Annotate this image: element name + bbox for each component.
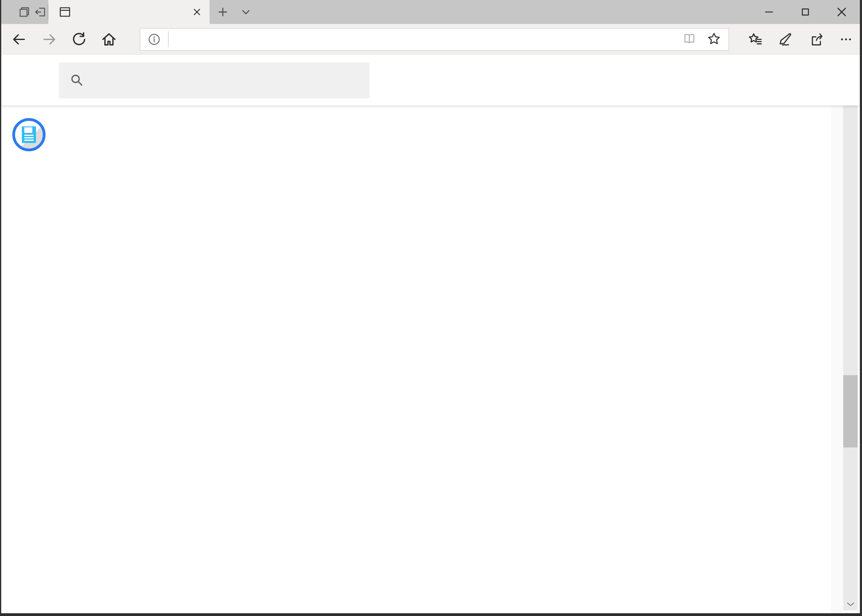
set-tabs-aside-button[interactable] [32, 0, 48, 24]
site-info-icon[interactable] [140, 33, 168, 46]
forward-button[interactable] [37, 24, 62, 55]
set-tabs-aside-icon [34, 6, 46, 18]
new-tab-icon [217, 6, 229, 17]
active-tab[interactable] [48, 0, 210, 24]
ellipsis-menu-button[interactable] [834, 24, 858, 55]
scroll-down-icon[interactable] [843, 599, 858, 610]
search-icon [70, 73, 84, 88]
search-bar[interactable] [59, 63, 370, 98]
address-separator [168, 31, 169, 47]
search-input[interactable] [91, 75, 370, 86]
refresh-button[interactable] [67, 24, 91, 55]
hub-favorites-button[interactable] [743, 24, 767, 55]
tab-preview-button[interactable] [16, 0, 32, 24]
back-button[interactable] [6, 24, 31, 55]
tab-bar [1, 0, 860, 24]
filebrowser-header [1, 55, 860, 105]
editor-right-margin [831, 105, 843, 613]
favorite-star-icon[interactable] [707, 32, 721, 47]
sidebar [1, 105, 228, 613]
ink-pen-button[interactable] [774, 24, 798, 55]
tab-preview-icon [18, 6, 30, 18]
tab-page-icon [58, 5, 72, 19]
browser-navbar [1, 24, 860, 55]
maximize-button[interactable] [787, 0, 824, 24]
share-button[interactable] [805, 24, 830, 55]
tab-close-icon[interactable] [192, 7, 202, 17]
address-bar[interactable] [140, 28, 729, 51]
scrollbar-thumb[interactable] [843, 375, 858, 448]
code-editor [229, 105, 831, 613]
minimize-button[interactable] [751, 0, 787, 24]
chevron-down-icon [241, 7, 251, 17]
floppy-disk-icon [22, 126, 36, 143]
tab-list-button[interactable] [236, 0, 255, 24]
reading-view-icon[interactable] [682, 32, 697, 47]
home-button[interactable] [97, 24, 121, 55]
vertical-scrollbar[interactable] [843, 55, 858, 610]
close-window-button[interactable] [824, 0, 860, 24]
browser-window [0, 0, 862, 616]
filebrowser-logo [12, 118, 46, 151]
new-tab-button[interactable] [215, 0, 231, 24]
